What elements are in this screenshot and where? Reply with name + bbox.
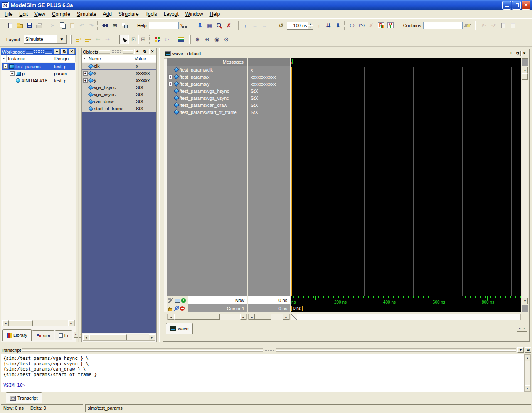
toolbar-grip-icon[interactable] <box>2 21 3 30</box>
run-length-arrows[interactable]: ▲▼ <box>308 22 313 29</box>
undock-pane-button[interactable]: ⧉ <box>142 49 148 54</box>
memory-icon[interactable]: M <box>386 21 395 30</box>
scroll-left-icon[interactable]: ◄ <box>83 334 89 340</box>
workspace-column-header[interactable]: ▼ Instance Design <box>1 55 76 62</box>
expander-plus-icon[interactable]: + <box>10 71 15 76</box>
compile-all-icon[interactable]: ▦ <box>205 21 214 30</box>
expander-plus-icon[interactable]: + <box>83 78 88 83</box>
add-cursor-icon[interactable] <box>181 298 186 303</box>
scroll-right-icon[interactable]: ► <box>149 334 155 340</box>
minimize-button[interactable] <box>502 1 511 10</box>
objects-header[interactable]: Objects + ⧉ ✕ <box>82 48 156 55</box>
undock-pane-button[interactable]: ⧉ <box>61 49 67 54</box>
trace-back-icon[interactable]: ⇦ <box>162 35 172 44</box>
wave-signal-row[interactable]: /test_params/vga_vsync <box>167 94 247 101</box>
wave-vscrollbar[interactable]: ▲ ▼ <box>522 67 528 304</box>
tab-fi[interactable]: Fi <box>55 330 72 340</box>
toolbar-grip-icon[interactable] <box>475 21 477 30</box>
expander-plus-icon[interactable]: + <box>168 82 173 86</box>
wave-editor-icon[interactable] <box>176 35 186 44</box>
menu-add[interactable]: Add <box>100 10 115 18</box>
close-pane-button[interactable]: ✕ <box>149 49 155 54</box>
wave-signal-row[interactable]: +/test_params/x <box>167 73 247 80</box>
stoplight-icon[interactable] <box>153 35 162 44</box>
zoom-pane-button[interactable]: + <box>517 347 524 353</box>
vertical-splitter[interactable] <box>159 48 160 342</box>
run-length-spinner[interactable]: 100 ns▲▼ <box>287 22 313 30</box>
spin-down-icon[interactable]: ▼ <box>308 25 313 29</box>
step-into-icon[interactable]: {↓} <box>347 21 357 30</box>
restart-icon[interactable]: ↺ <box>276 21 286 30</box>
column-value[interactable]: Value <box>133 55 156 62</box>
vertical-splitter[interactable] <box>78 48 79 342</box>
menu-tools[interactable]: Tools <box>142 10 160 18</box>
scroll-thumb[interactable] <box>522 73 528 80</box>
wave-signal-row[interactable]: /test_params/clk <box>167 66 247 73</box>
values-hscrollbar[interactable]: ◄ ► <box>248 314 290 320</box>
scroll-up-icon[interactable]: ▲ <box>525 355 530 361</box>
transcript-body[interactable]: {sim:/test_params/vga_hsync } \{sim:/tes… <box>1 354 531 392</box>
zoom-mode-icon[interactable]: ⊡ <box>129 35 138 44</box>
add-selected-to-wave-icon[interactable]: + <box>74 35 84 44</box>
new-file-icon[interactable] <box>5 21 15 30</box>
column-instance[interactable]: Instance <box>7 55 53 62</box>
close-button[interactable]: ✕ <box>522 1 530 10</box>
scroll-left-icon[interactable]: ◄ <box>249 314 255 320</box>
zoom-pane-button[interactable]: + <box>54 49 60 54</box>
zoom-out-icon[interactable]: ⊖ <box>202 35 212 44</box>
menu-edit[interactable]: Edit <box>16 10 31 18</box>
scroll-right-icon[interactable]: ► <box>283 314 289 320</box>
names-hscrollbar[interactable]: ◄ ► <box>167 314 247 320</box>
undock-pane-button[interactable]: ⧉ <box>515 51 521 56</box>
up-context-icon[interactable]: ↑ <box>241 21 250 30</box>
scroll-down-icon[interactable]: ▼ <box>522 298 528 304</box>
edit-cursor-icon[interactable] <box>174 306 179 311</box>
scroll-right-icon[interactable]: ► <box>240 314 246 320</box>
spin-up-icon[interactable]: ▲ <box>308 22 313 26</box>
toolbar-grip-icon[interactable] <box>116 35 117 44</box>
menu-window[interactable]: Window <box>182 10 207 18</box>
zoom-in-icon[interactable]: ⊕ <box>193 35 202 44</box>
tab-wave[interactable]: wave <box>166 323 193 334</box>
simulate-icon[interactable] <box>214 21 224 30</box>
tab-sim[interactable]: sim <box>32 330 54 340</box>
contains-input[interactable] <box>423 22 463 29</box>
zoom-pane-button[interactable]: + <box>508 51 514 56</box>
help-input[interactable] <box>149 22 179 29</box>
expand-icon[interactable]: ⊞ <box>110 21 120 30</box>
expander-plus-icon[interactable]: + <box>168 74 173 79</box>
find-icon[interactable] <box>101 21 110 30</box>
zoom-pane-button[interactable]: + <box>134 49 140 54</box>
tab-library[interactable]: Library <box>2 329 32 341</box>
toolbox-icon[interactable] <box>168 298 173 303</box>
workspace-tree-row[interactable]: -test_paramstest_p <box>2 63 75 70</box>
run-all-icon[interactable]: ⇓ <box>333 21 343 30</box>
delete-cursor-icon[interactable] <box>180 306 185 311</box>
filter-funnel-icon[interactable]: ▼ <box>82 55 87 62</box>
tab-transcript[interactable]: Transcript <box>6 392 42 403</box>
close-pane-button[interactable]: ✕ <box>521 51 527 56</box>
performance-icon[interactable]: P <box>376 21 386 30</box>
menu-file[interactable]: File <box>1 10 16 18</box>
workspace-hscrollbar[interactable]: ◄ ► <box>2 320 75 326</box>
workspace-tree-row[interactable]: +pparam <box>2 70 75 77</box>
zoom-full-icon[interactable]: ◉ <box>212 35 222 44</box>
pan-mode-icon[interactable]: ⊞ <box>138 35 148 44</box>
tab-scroll-left-icon[interactable]: « <box>517 326 522 332</box>
object-row[interactable]: +xxxxxxx <box>82 70 156 77</box>
wave-cursor-line[interactable] <box>291 67 292 296</box>
toolbar-grip-icon[interactable] <box>399 21 400 30</box>
wave-signal-row[interactable]: +/test_params/y <box>167 80 247 87</box>
monitor-icon[interactable] <box>175 299 180 303</box>
wave-signal-row[interactable]: /test_params/vga_hsync <box>167 87 247 94</box>
menu-view[interactable]: View <box>31 10 49 18</box>
hierarchy-icon[interactable] <box>120 21 129 30</box>
toolbar-grip-icon[interactable] <box>237 21 239 30</box>
zoom-range-icon[interactable]: ⊙ <box>222 35 231 44</box>
messages-column-header[interactable]: Messages <box>167 58 247 66</box>
toolbar-grip-icon[interactable] <box>273 21 274 30</box>
run-icon[interactable]: ↓ <box>314 21 324 30</box>
object-row[interactable]: vga_vsyncStX <box>82 91 156 98</box>
help-find-icon[interactable]: ? <box>179 21 188 30</box>
lock-cursor-icon[interactable] <box>168 308 172 311</box>
